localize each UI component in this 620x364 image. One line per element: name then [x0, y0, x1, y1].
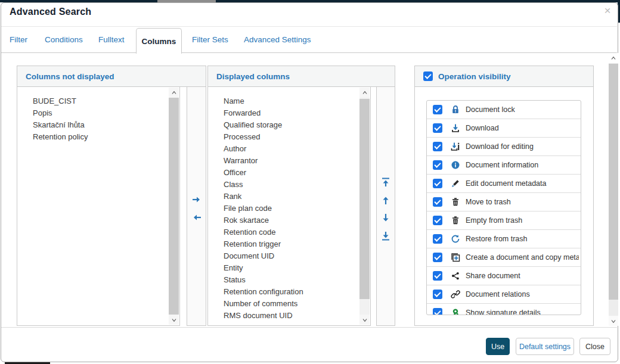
- tab-columns-label: Columns: [142, 37, 176, 46]
- checkbox[interactable]: [433, 197, 442, 207]
- close-button[interactable]: Close: [579, 338, 610, 355]
- panel-title-operations: Operation visibility: [438, 72, 511, 81]
- op-row-download-edit[interactable]: Download for editing: [427, 138, 581, 156]
- move-down-arrow[interactable]: [379, 211, 392, 225]
- scroll-down-icon[interactable]: [359, 315, 370, 325]
- list-not-displayed[interactable]: BUDE_CISTPopisSkartační lhůtaRetention p…: [17, 87, 180, 326]
- dialog-scrollbar[interactable]: [609, 53, 618, 326]
- op-row-download[interactable]: Download: [427, 119, 581, 138]
- panel-title-not-displayed: Columns not displayed: [26, 72, 114, 81]
- trash-icon: [451, 216, 460, 225]
- checkbox[interactable]: [433, 105, 442, 114]
- op-row-signature-details[interactable]: Show signature details: [427, 304, 581, 315]
- list-item[interactable]: File plan code: [224, 203, 358, 214]
- not-displayed-scrollbar[interactable]: [169, 88, 179, 325]
- scroll-up-icon[interactable]: [169, 88, 179, 98]
- scroll-down-icon[interactable]: [169, 315, 179, 325]
- op-label: Share document: [466, 272, 520, 280]
- transfer-strip: [187, 87, 206, 326]
- op-row-restore-from-trash[interactable]: Restore from trash: [427, 230, 581, 248]
- list-item[interactable]: Processed: [224, 131, 358, 143]
- list-item[interactable]: Author: [224, 143, 358, 155]
- list-item[interactable]: Retention trigger: [224, 238, 358, 250]
- tab-filter-sets[interactable]: Filter Sets: [192, 35, 228, 44]
- list-displayed[interactable]: NameForwardedQualified storageProcessedA…: [207, 87, 371, 326]
- panel-title-displayed: Displayed columns: [216, 72, 290, 81]
- op-row-create-copy-metadata[interactable]: Create a document and copy metad...: [427, 248, 581, 267]
- op-row-information[interactable]: Document information: [427, 156, 581, 175]
- list-item[interactable]: Retention policy: [33, 131, 168, 143]
- list-item[interactable]: Forwarded: [224, 107, 358, 119]
- move-right-arrow[interactable]: [190, 193, 203, 206]
- list-item[interactable]: Class: [224, 179, 358, 191]
- checkbox[interactable]: [433, 234, 442, 244]
- scroll-up-icon[interactable]: [359, 88, 370, 98]
- op-row-share[interactable]: Share document: [427, 267, 581, 285]
- list-item[interactable]: Number of comments: [224, 298, 358, 310]
- op-row-empty-from-trash[interactable]: Empty from trash: [427, 211, 581, 230]
- dialog-title: Advanced Search: [10, 7, 91, 17]
- op-label: Document relations: [466, 290, 530, 298]
- operations-list: Document lock Download Download for edit…: [426, 100, 581, 315]
- op-label: Download: [466, 124, 499, 132]
- list-item[interactable]: RMS document UID: [224, 310, 358, 322]
- tab-fulltext[interactable]: Fulltext: [98, 35, 125, 44]
- op-row-edit-metadata[interactable]: Edit document metadata: [427, 175, 581, 193]
- copy-plus-icon: [451, 253, 460, 262]
- tab-filter[interactable]: Filter: [10, 35, 27, 44]
- list-item[interactable]: Status: [224, 274, 358, 286]
- list-item[interactable]: Qualified storage: [224, 119, 358, 131]
- download-icon: [451, 123, 460, 133]
- scroll-thumb[interactable]: [609, 64, 618, 300]
- list-item[interactable]: Name: [224, 95, 358, 107]
- move-to-top-arrow[interactable]: [379, 176, 392, 189]
- scroll-thumb[interactable]: [359, 99, 370, 299]
- close-icon[interactable]: ×: [601, 4, 614, 17]
- checkbox[interactable]: [433, 160, 442, 170]
- list-item[interactable]: Rok skartace: [224, 214, 358, 226]
- list-item[interactable]: Retention configuration: [224, 286, 358, 298]
- displayed-scrollbar[interactable]: [359, 88, 370, 325]
- list-item[interactable]: Popis: [33, 107, 168, 119]
- scroll-up-icon[interactable]: [609, 53, 618, 63]
- op-label: Document information: [466, 161, 538, 169]
- list-item[interactable]: BUDE_CIST: [33, 95, 168, 107]
- tab-conditions[interactable]: Conditions: [45, 35, 83, 44]
- op-label: Download for editing: [466, 142, 534, 151]
- list-item[interactable]: Entity: [224, 262, 358, 274]
- list-item[interactable]: Rank: [224, 191, 358, 203]
- displayed-items: NameForwardedQualified storageProcessedA…: [208, 95, 358, 325]
- backdrop-right-corner: [618, 0, 620, 23]
- operation-visibility-checkbox[interactable]: [423, 71, 433, 81]
- op-label: Empty from trash: [466, 216, 522, 225]
- tab-advanced-settings[interactable]: Advanced Settings: [244, 35, 311, 44]
- checkbox[interactable]: [433, 308, 442, 315]
- checkbox[interactable]: [433, 271, 442, 281]
- checkbox[interactable]: [433, 142, 442, 151]
- checkbox[interactable]: [433, 179, 442, 188]
- panel-header-operations: Operation visibility: [414, 66, 594, 87]
- checkbox[interactable]: [433, 290, 442, 299]
- list-item[interactable]: Retention code: [224, 226, 358, 238]
- scroll-down-icon[interactable]: [609, 316, 618, 326]
- use-button[interactable]: Use: [486, 338, 510, 355]
- list-item[interactable]: Skartační lhůta: [33, 119, 168, 131]
- list-item[interactable]: Document UID: [224, 250, 358, 262]
- op-row-relations[interactable]: Document relations: [427, 285, 581, 304]
- tab-columns-active[interactable]: Columns: [136, 28, 182, 54]
- scroll-thumb[interactable]: [169, 98, 179, 315]
- checkbox[interactable]: [433, 253, 442, 262]
- checkbox[interactable]: [433, 216, 442, 225]
- move-up-arrow[interactable]: [379, 194, 392, 207]
- default-settings-button[interactable]: Default settings: [516, 338, 574, 355]
- move-left-arrow[interactable]: [190, 211, 203, 224]
- share-icon: [451, 271, 460, 281]
- reorder-strip: [376, 87, 395, 326]
- checkbox[interactable]: [433, 123, 442, 133]
- backdrop-top-strip: [0, 0, 620, 2]
- op-row-move-to-trash[interactable]: Move to trash: [427, 193, 581, 211]
- op-row-document-lock[interactable]: Document lock: [427, 101, 581, 119]
- move-to-bottom-arrow[interactable]: [379, 229, 392, 242]
- list-item[interactable]: Warrantor: [224, 155, 358, 167]
- list-item[interactable]: Officer: [224, 167, 358, 179]
